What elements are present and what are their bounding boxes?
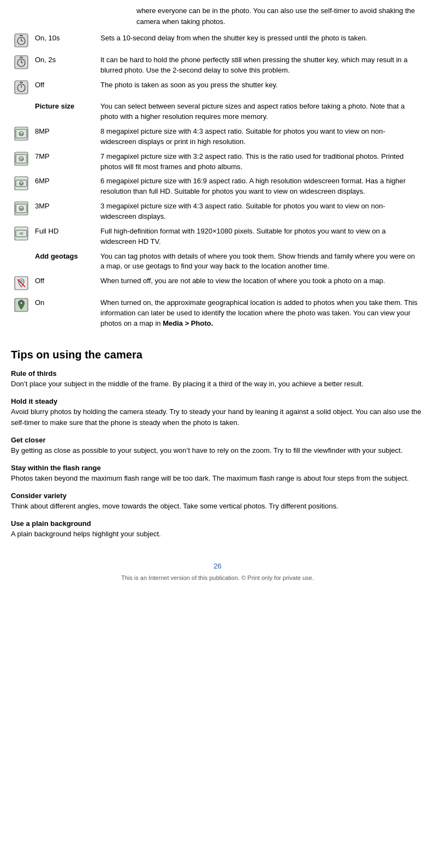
icon-cell: 8M	[11, 124, 32, 149]
option-fullhd: Full HD	[32, 224, 97, 249]
desc-on10s: Sets a 10-second delay from when the shu…	[97, 31, 424, 53]
table-row: 3M 3MP 3 megapixel picture size with 4:3…	[11, 199, 424, 224]
table-row: 8M 8MP 8 megapixel picture size with 4:3…	[11, 124, 424, 149]
desc-on2s: It can be hard to hold the phone perfect…	[97, 53, 424, 78]
page-footer: 26 This is an Internet version of this p…	[11, 556, 424, 581]
pic-6mp-icon: 6M	[14, 176, 28, 190]
desc-geo-off: When turned off, you are not able to vie…	[97, 274, 424, 296]
option-on10s: On, 10s	[32, 31, 97, 53]
icon-cell: 3M	[11, 199, 32, 224]
footer-note: This is an Internet version of this publ…	[11, 574, 424, 581]
tips-section: Tips on using the camera Rule of thirds …	[11, 344, 424, 540]
option-8mp: 8MP	[32, 124, 97, 149]
icon-cell	[11, 31, 32, 53]
svg-text:7M: 7M	[20, 158, 23, 161]
svg-text:HD: HD	[19, 232, 23, 235]
page-number: 26	[11, 562, 424, 570]
desc-fullhd: Full high-definition format with 1920×10…	[97, 224, 424, 249]
table-row: On When turned on, the approximate geogr…	[11, 296, 424, 331]
svg-point-37	[20, 302, 22, 304]
svg-rect-4	[20, 35, 23, 36]
timer-2s-icon	[14, 55, 28, 69]
desc-7mp: 7 megapixel picture size with 3:2 aspect…	[97, 149, 424, 175]
pic-3mp-icon: 3M	[14, 201, 28, 215]
table-row: Off The photo is taken as soon as you pr…	[11, 78, 424, 100]
timer-off-icon	[14, 80, 28, 94]
desc-add-geotags: You can tag photos with details of where…	[97, 249, 424, 274]
option-timer-off: Off	[32, 78, 97, 100]
tip-body-5: A plain background helps highlight your …	[11, 529, 424, 540]
settings-table: On, 10s Sets a 10-second delay from when…	[11, 31, 424, 331]
option-3mp: 3MP	[32, 199, 97, 224]
tip-body-2: By getting as close as possible to your …	[11, 445, 424, 456]
desc-timer-off: The photo is taken as soon as you press …	[97, 78, 424, 100]
svg-text:8M: 8M	[20, 133, 23, 136]
icon-cell: 7M	[11, 149, 32, 175]
icon-cell: 6M	[11, 174, 32, 199]
desc-geo-on: When turned on, the approximate geograph…	[97, 296, 424, 331]
tip-heading-1: Hold it steady	[11, 397, 424, 405]
table-row: Picture size You can select between seve…	[11, 99, 424, 124]
intro-paragraph: where everyone can be in the photo. You …	[11, 5, 424, 27]
tip-heading-4: Consider variety	[11, 492, 424, 500]
svg-text:3M: 3M	[20, 207, 23, 211]
option-6mp: 6MP	[32, 174, 97, 199]
icon-cell	[11, 99, 32, 124]
category-picture-size: Picture size	[32, 99, 97, 124]
tips-title: Tips on using the camera	[11, 348, 424, 362]
table-row: On, 10s Sets a 10-second delay from when…	[11, 31, 424, 53]
icon-cell	[11, 296, 32, 331]
geo-on-icon	[14, 298, 28, 312]
desc-8mp: 8 megapixel picture size with 4:3 aspect…	[97, 124, 424, 149]
option-7mp: 7MP	[32, 149, 97, 175]
table-row: 6M 6MP 6 megapixel picture size with 16:…	[11, 174, 424, 199]
tip-body-1: Avoid blurry photos by holding the camer…	[11, 406, 424, 428]
category-add-geotags: Add geotags	[32, 249, 97, 274]
icon-cell	[11, 274, 32, 296]
table-row: Add geotags You can tag photos with deta…	[11, 249, 424, 274]
option-geo-off: Off	[32, 274, 97, 296]
tip-heading-5: Use a plain background	[11, 519, 424, 528]
desc-3mp: 3 megapixel picture size with 4:3 aspect…	[97, 199, 424, 224]
svg-rect-9	[20, 57, 23, 58]
svg-text:6M: 6M	[20, 182, 23, 185]
tip-heading-3: Stay within the flash range	[11, 464, 424, 472]
icon-cell	[11, 249, 32, 274]
timer-icon	[14, 33, 28, 47]
pic-7mp-icon: 7M	[14, 152, 28, 166]
table-row: Off When turned off, you are not able to…	[11, 274, 424, 296]
tip-heading-2: Get closer	[11, 436, 424, 444]
tip-body-4: Think about different angles, move towar…	[11, 501, 424, 512]
tip-body-0: Don’t place your subject in the middle o…	[11, 379, 424, 390]
svg-rect-13	[20, 82, 23, 83]
tip-heading-0: Rule of thirds	[11, 369, 424, 378]
icon-cell	[11, 53, 32, 78]
pic-8mp-icon: 8M	[14, 127, 28, 141]
tip-body-3: Photos taken beyond the maximum flash ra…	[11, 473, 424, 484]
option-geo-on: On	[32, 296, 97, 331]
desc-6mp: 6 megapixel picture size with 16:9 aspec…	[97, 174, 424, 199]
table-row: 7M 7MP 7 megapixel picture size with 3:2…	[11, 149, 424, 175]
option-on2s: On, 2s	[32, 53, 97, 78]
desc-picture-size: You can select between several picture s…	[97, 99, 424, 124]
pic-fullhd-icon: HD	[14, 226, 28, 241]
table-row: On, 2s It can be hard to hold the phone …	[11, 53, 424, 78]
bold-media-photo: Media > Photo.	[163, 319, 213, 327]
icon-cell	[11, 78, 32, 100]
table-row: HD Full HD Full high-definition format w…	[11, 224, 424, 249]
geo-off-icon	[14, 276, 28, 290]
icon-cell: HD	[11, 224, 32, 249]
